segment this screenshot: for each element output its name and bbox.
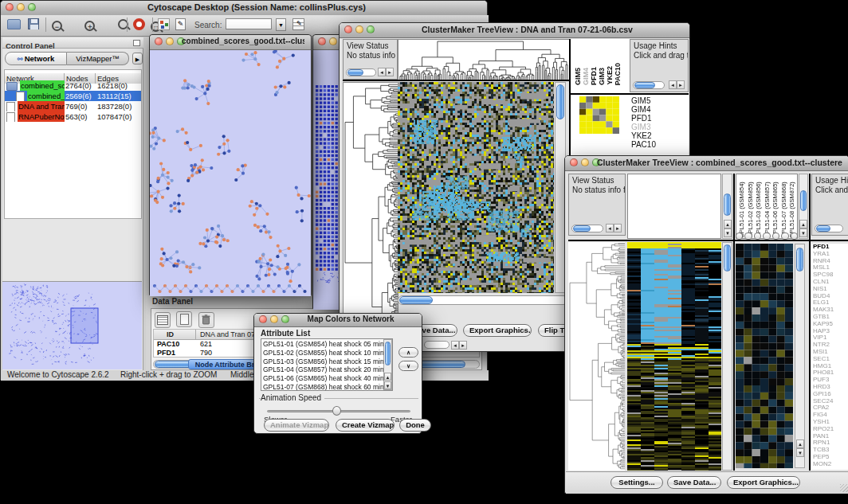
tv1-column-label[interactable]: PAC10: [614, 63, 622, 85]
scroll-thumb[interactable]: [724, 244, 731, 272]
minimize-icon[interactable]: [270, 315, 278, 323]
scroll-right-arrow-icon[interactable]: ►: [614, 224, 622, 232]
tv2-gene-label[interactable]: RNR4: [813, 258, 848, 265]
tv2-header-vscrollbar[interactable]: ▲ ▼: [722, 174, 732, 239]
scroll-down-arrow-icon[interactable]: ▼: [384, 381, 391, 389]
close-icon[interactable]: [318, 37, 326, 45]
save-icon[interactable]: [28, 18, 39, 29]
scroll-up-arrow-icon[interactable]: ▲: [384, 373, 391, 381]
tv2-column-label[interactable]: GPL51-08 (GSM872): [788, 174, 797, 238]
network-window-title-bar[interactable]: combined_scores_good.txt--cluste...: [150, 35, 311, 50]
scroll-down-arrow-icon[interactable]: ▼: [796, 448, 804, 457]
birds-eye-view-canvas[interactable]: [2, 281, 142, 369]
tv1-column-label[interactable]: PFD1: [590, 67, 598, 85]
tv2-gene-label[interactable]: YRA1: [813, 251, 848, 258]
tv1-column-label[interactable]: GIM3: [598, 68, 606, 85]
scroll-left-arrow-icon[interactable]: ◄: [378, 68, 386, 76]
tab-vizmapper[interactable]: VizMapper™: [67, 52, 129, 65]
scroll-thumb[interactable]: [796, 248, 803, 272]
tv2-gene-label[interactable]: RPN1: [813, 440, 848, 447]
column-handle[interactable]: [744, 232, 752, 240]
done-button[interactable]: Done: [399, 419, 431, 432]
resize-grip[interactable]: [840, 484, 848, 492]
speed-slider-thumb[interactable]: [332, 406, 341, 416]
tv2-gene-label[interactable]: RPO21: [813, 426, 848, 433]
tv2-column-label[interactable]: GPL51-04 (GSM857): [764, 174, 772, 238]
network-canvas[interactable]: [150, 50, 311, 296]
tv1-status-hscroll[interactable]: [346, 68, 376, 76]
scroll-thumb[interactable]: [385, 342, 391, 365]
move-up-button[interactable]: ∧: [398, 347, 418, 357]
column-handle[interactable]: [763, 232, 770, 240]
search-input[interactable]: [226, 18, 272, 29]
attribute-list-vscrollbar[interactable]: ▲ ▼: [383, 339, 392, 390]
tv1-row-dendrogram[interactable]: [343, 82, 398, 331]
scroll-thumb[interactable]: [816, 225, 830, 232]
save-data-button[interactable]: Save Data...: [667, 476, 721, 489]
scroll-right-arrow-icon[interactable]: ►: [677, 80, 685, 89]
zoom-out-icon[interactable]: −: [52, 21, 62, 31]
tv2-column-label[interactable]: GPL51-01 (GSM854): [738, 174, 747, 238]
tv2-column-tree-area[interactable]: [627, 174, 721, 239]
scroll-thumb[interactable]: [634, 82, 655, 88]
minimize-icon[interactable]: [17, 3, 25, 11]
tv2-column-label[interactable]: GPL51-07 (GSM868): [780, 174, 789, 238]
treeview2-title-bar[interactable]: ClusterMaker TreeView : combined_scores_…: [565, 156, 848, 171]
scroll-thumb[interactable]: [399, 296, 433, 304]
tv2-gene-label[interactable]: PFD1: [813, 244, 848, 251]
tv2-gene-label[interactable]: NTR2: [813, 342, 848, 349]
tv2-gene-label[interactable]: NIS1: [813, 286, 848, 293]
tv2-heatmap-vscrollbar[interactable]: [722, 242, 732, 471]
annotation-icon[interactable]: ✎: [175, 18, 186, 30]
tv2-column-label[interactable]: GPL51-02 (GSM855): [747, 174, 756, 238]
delete-attribute-icon[interactable]: [198, 312, 214, 328]
scroll-left-arrow-icon[interactable]: ◄: [606, 224, 614, 232]
tv2-gene-label[interactable]: HMG1: [813, 363, 848, 370]
network-overview-icon[interactable]: [158, 18, 170, 30]
tv1-column-label[interactable]: YKE2: [606, 66, 614, 85]
tv2-labels-vscrollbar[interactable]: ▲ ▼: [799, 174, 808, 239]
tv1-gene-label[interactable]: GIM4: [631, 105, 687, 114]
settings-button[interactable]: Settings...: [610, 476, 663, 489]
tv2-gene-label[interactable]: BUD4: [813, 293, 848, 300]
treeview1-title-bar[interactable]: ClusterMaker TreeView : DNA and Tran 07-…: [340, 23, 689, 38]
tv1-column-label[interactable]: GIM4: [582, 68, 590, 85]
tv1-gene-label[interactable]: GIM3: [631, 123, 687, 131]
scroll-up-arrow-icon[interactable]: ▲: [724, 220, 732, 229]
network-tree-row[interactable]: RNAPuberNov2+|563(0)107847(0): [5, 111, 141, 122]
tv2-gene-label[interactable]: YSH1: [813, 419, 848, 426]
scroll-right-arrow-icon[interactable]: ►: [459, 341, 467, 350]
tv2-gene-label[interactable]: TCB3: [813, 447, 848, 454]
scroll-down-arrow-icon[interactable]: ▼: [799, 229, 807, 237]
tv1-gene-label[interactable]: YKE2: [631, 131, 687, 140]
scroll-thumb[interactable]: [800, 190, 807, 211]
column-handle[interactable]: [772, 232, 779, 240]
tv2-gene-label[interactable]: SEC24: [813, 398, 848, 405]
scroll-right-arrow-icon[interactable]: ►: [386, 68, 394, 76]
scroll-left-arrow-icon[interactable]: ◄: [451, 341, 459, 350]
column-handle[interactable]: [754, 232, 761, 240]
tv2-gene-label[interactable]: GTB1: [813, 314, 848, 321]
network-tree-row[interactable]: combined_scores_2764(0)16218(0): [5, 80, 141, 91]
tv1-heatmap-hscrollbar[interactable]: [398, 295, 568, 305]
scroll-thumb[interactable]: [347, 69, 363, 76]
tv2-gene-label[interactable]: HRD3: [813, 384, 848, 391]
export-graphics-button[interactable]: Export Graphics...: [727, 476, 800, 489]
move-down-button[interactable]: ∨: [398, 361, 418, 371]
attribute-list-item[interactable]: GPL51-04 (GSM857) heat shock 20 min: [263, 365, 391, 374]
close-icon[interactable]: [6, 3, 14, 11]
minimize-icon[interactable]: [329, 37, 337, 45]
tv1-gene-label[interactable]: PAC10: [631, 140, 687, 149]
tv2-gene-label[interactable]: SEC1: [813, 356, 848, 363]
attribute-editor-icon[interactable]: ✎: [292, 18, 304, 30]
tab-network[interactable]: ⚯ Network: [5, 52, 67, 65]
tv2-gene-label[interactable]: PUF3: [813, 377, 848, 384]
export-graphics-button[interactable]: Export Graphics...: [463, 324, 532, 337]
minimize-icon[interactable]: [355, 25, 363, 33]
tv2-gene-label[interactable]: MON2: [813, 461, 848, 468]
tv2-gene-label[interactable]: FIG4: [813, 412, 848, 419]
close-icon[interactable]: [155, 37, 163, 45]
tv2-gene-label[interactable]: CPA2: [813, 404, 848, 412]
network-tree-row[interactable]: DNA and Tran 07769(0)183728(0): [5, 101, 141, 111]
tv2-zoom-heatmap-canvas[interactable]: [736, 244, 793, 468]
